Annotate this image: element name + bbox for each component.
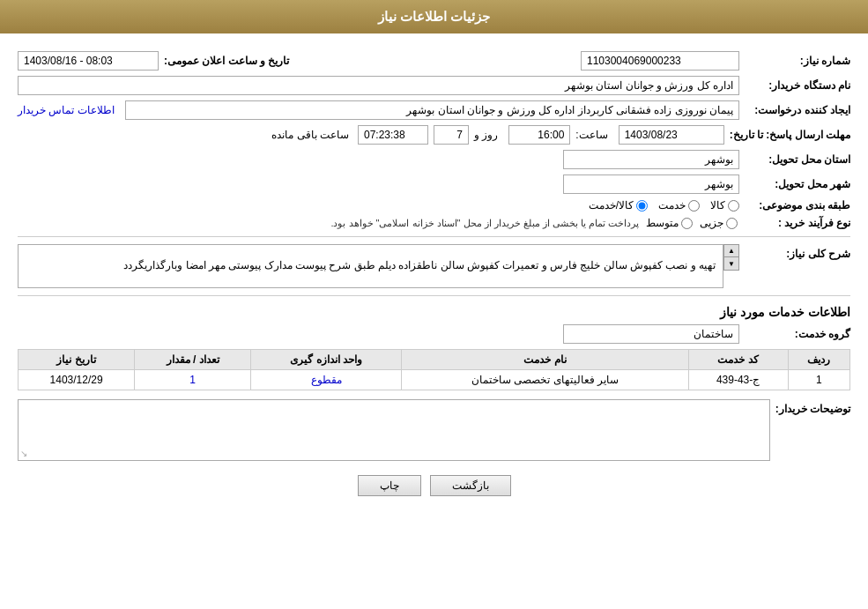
response-days-value: 7 — [434, 125, 469, 145]
scroll-down-arrow[interactable]: ▼ — [724, 257, 738, 270]
radio-goods-service[interactable]: کالا/خدمت — [589, 199, 648, 212]
category-radio-group: کالا خدمت کالا/خدمت — [589, 199, 739, 212]
radio-goods-service-label: کالا/خدمت — [589, 199, 634, 212]
description-scrollbar[interactable]: ▲ ▼ — [723, 244, 739, 271]
response-date-value: 1403/08/23 — [619, 125, 724, 145]
print-button[interactable]: چاپ — [358, 475, 421, 496]
services-section-title: اطلاعات خدمات مورد نیاز — [18, 305, 850, 319]
response-time-label: ساعت: — [575, 129, 607, 141]
radio-service-input[interactable] — [688, 200, 700, 212]
page-title: جزئیات اطلاعات نیاز — [378, 9, 490, 24]
buttons-row: بازگشت چاپ — [18, 475, 850, 514]
cell-service-code: ج-43-439 — [688, 370, 788, 390]
radio-service-label: خدمت — [658, 199, 686, 212]
response-date-label: مهلت ارسال پاسخ: تا تاریخ: — [730, 129, 850, 141]
need-number-value: 1103004069000233 — [581, 51, 739, 71]
city-label: شهر محل تحویل: — [745, 178, 850, 190]
radio-medium-input[interactable] — [681, 218, 693, 229]
radio-partial[interactable]: جزیی — [700, 217, 738, 229]
response-time-value: 16:00 — [508, 125, 570, 145]
service-table: ردیف کد خدمت نام خدمت واحد اندازه گیری ت… — [18, 349, 850, 390]
remaining-label: ساعت باقی مانده — [271, 129, 349, 141]
category-label: طبقه بندی موضوعی: — [745, 199, 850, 212]
radio-medium-label: متوسط — [646, 217, 679, 229]
date-label: تاریخ و ساعت اعلان عمومی: — [164, 55, 289, 67]
col-service-code: کد خدمت — [688, 350, 788, 370]
buyer-org-value: اداره کل ورزش و جوانان استان بوشهر — [18, 76, 739, 95]
radio-service[interactable]: خدمت — [658, 199, 700, 212]
radio-goods-service-input[interactable] — [636, 200, 648, 212]
process-note: پرداخت تمام یا بخشی از مبلغ خریدار از مح… — [330, 218, 639, 229]
cell-row-num: 1 — [788, 370, 850, 390]
response-days-label: روز و — [474, 129, 498, 141]
col-quantity: تعداد / مقدار — [135, 350, 251, 370]
remaining-value: 07:23:38 — [358, 125, 428, 145]
creator-label: ایجاد کننده درخواست: — [745, 104, 850, 116]
cell-date: 1403/12/29 — [19, 370, 135, 390]
city-value: بوشهر — [563, 175, 739, 194]
radio-goods-input[interactable] — [728, 200, 739, 212]
radio-goods[interactable]: کالا — [710, 199, 739, 212]
radio-goods-label: کالا — [710, 199, 725, 212]
buyer-notes-box[interactable]: ↘ — [18, 399, 770, 461]
cell-unit[interactable]: مقطوع — [251, 370, 402, 390]
province-label: استان محل تحویل: — [745, 153, 850, 166]
col-date: تاریخ نیاز — [19, 350, 135, 370]
scroll-up-arrow[interactable]: ▲ — [724, 245, 738, 257]
buyer-org-label: نام دستگاه خریدار: — [745, 79, 850, 92]
radio-partial-input[interactable] — [726, 218, 738, 229]
page-header: جزئیات اطلاعات نیاز — [0, 0, 868, 33]
service-group-value: ساختمان — [563, 324, 739, 344]
need-number-label: شماره نیاز: — [745, 55, 850, 67]
cell-service-name: سایر فعالیتهای تخصصی ساختمان — [402, 370, 688, 390]
service-group-label: گروه خدمت: — [745, 328, 850, 340]
col-row-num: ردیف — [788, 350, 850, 370]
creator-value: پیمان نوروزی زاده فشقانی کاربرداز اداره … — [125, 100, 739, 120]
description-label: شرح کلی نیاز: — [745, 244, 850, 260]
date-value: 1403/08/16 - 08:03 — [18, 51, 159, 71]
contact-link[interactable]: اطلاعات تماس خریدار — [18, 104, 115, 116]
buyer-notes-label: توضیحات خریدار: — [775, 399, 850, 415]
back-button[interactable]: بازگشت — [430, 475, 511, 496]
col-unit: واحد اندازه گیری — [251, 350, 402, 370]
cell-quantity: 1 — [135, 370, 251, 390]
resize-handle: ↘ — [20, 449, 27, 458]
radio-medium[interactable]: متوسط — [646, 217, 693, 229]
process-label: نوع فرآیند خرید : — [745, 217, 850, 229]
divider-1 — [18, 236, 850, 237]
table-row: 1 ج-43-439 سایر فعالیتهای تخصصی ساختمان … — [19, 370, 850, 390]
col-service-name: نام خدمت — [402, 350, 688, 370]
radio-partial-label: جزیی — [700, 217, 723, 229]
divider-2 — [18, 295, 850, 296]
province-value: بوشهر — [563, 150, 739, 169]
description-value: تهیه و نصب کفپوش سالن خلیج فارس و تعمیرا… — [18, 244, 723, 288]
